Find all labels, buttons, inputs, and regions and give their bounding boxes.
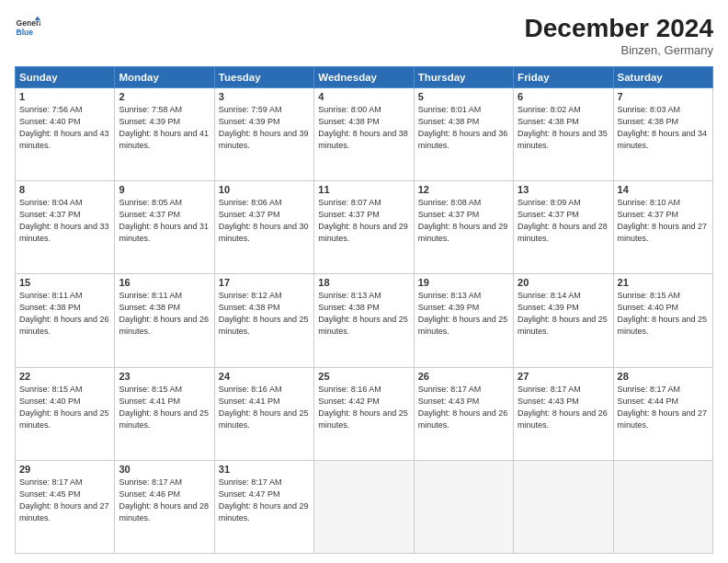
table-row: 22Sunrise: 8:15 AMSunset: 4:40 PMDayligh… — [16, 367, 115, 460]
day-info: Sunrise: 8:04 AMSunset: 4:37 PMDaylight:… — [19, 197, 110, 245]
day-info: Sunrise: 8:13 AMSunset: 4:39 PMDaylight:… — [418, 290, 509, 338]
day-info: Sunrise: 8:03 AMSunset: 4:38 PMDaylight:… — [618, 104, 709, 152]
table-row: 13Sunrise: 8:09 AMSunset: 4:37 PMDayligh… — [514, 181, 613, 274]
table-row: 3Sunrise: 7:59 AMSunset: 4:39 PMDaylight… — [214, 87, 313, 180]
weekday-header: Monday — [115, 66, 214, 87]
day-number: 12 — [418, 184, 509, 195]
day-number: 28 — [618, 371, 709, 382]
day-number: 1 — [19, 91, 110, 102]
day-info: Sunrise: 8:05 AMSunset: 4:37 PMDaylight:… — [119, 197, 210, 245]
logo-icon: General Blue — [15, 15, 40, 40]
table-row: 10Sunrise: 8:06 AMSunset: 4:37 PMDayligh… — [214, 181, 313, 274]
day-number: 13 — [518, 184, 609, 195]
location: Binzen, Germany — [525, 43, 713, 57]
table-row: 2Sunrise: 7:58 AMSunset: 4:39 PMDaylight… — [115, 87, 214, 180]
logo: General Blue — [15, 15, 40, 40]
weekday-header: Tuesday — [214, 66, 313, 87]
day-number: 6 — [518, 91, 609, 102]
table-row: 30Sunrise: 8:17 AMSunset: 4:46 PMDayligh… — [115, 460, 214, 553]
table-row: 5Sunrise: 8:01 AMSunset: 4:38 PMDaylight… — [414, 87, 513, 180]
day-number: 10 — [219, 184, 310, 195]
day-info: Sunrise: 8:14 AMSunset: 4:39 PMDaylight:… — [518, 290, 609, 338]
table-row: 11Sunrise: 8:07 AMSunset: 4:37 PMDayligh… — [314, 181, 414, 274]
day-info: Sunrise: 7:56 AMSunset: 4:40 PMDaylight:… — [19, 104, 110, 152]
day-number: 14 — [618, 184, 709, 195]
weekday-header: Saturday — [613, 66, 712, 87]
table-row: 20Sunrise: 8:14 AMSunset: 4:39 PMDayligh… — [514, 274, 613, 367]
day-info: Sunrise: 8:17 AMSunset: 4:47 PMDaylight:… — [219, 477, 310, 524]
table-row — [414, 460, 513, 553]
weekday-header: Sunday — [16, 66, 115, 87]
day-info: Sunrise: 8:09 AMSunset: 4:37 PMDaylight:… — [518, 197, 609, 245]
day-number: 3 — [219, 91, 310, 102]
table-row — [314, 460, 414, 553]
table-row: 19Sunrise: 8:13 AMSunset: 4:39 PMDayligh… — [414, 274, 513, 367]
table-row: 21Sunrise: 8:15 AMSunset: 4:40 PMDayligh… — [613, 274, 712, 367]
table-row: 4Sunrise: 8:00 AMSunset: 4:38 PMDaylight… — [314, 87, 414, 180]
table-row — [613, 460, 712, 553]
day-number: 26 — [418, 371, 509, 382]
day-number: 16 — [119, 277, 210, 288]
table-row: 25Sunrise: 8:16 AMSunset: 4:42 PMDayligh… — [314, 367, 414, 460]
day-number: 22 — [19, 371, 110, 382]
table-row: 16Sunrise: 8:11 AMSunset: 4:38 PMDayligh… — [115, 274, 214, 367]
day-info: Sunrise: 8:15 AMSunset: 4:40 PMDaylight:… — [19, 384, 110, 431]
day-number: 29 — [19, 464, 110, 475]
day-number: 31 — [219, 464, 310, 475]
day-info: Sunrise: 8:06 AMSunset: 4:37 PMDaylight:… — [219, 197, 310, 245]
day-info: Sunrise: 8:16 AMSunset: 4:42 PMDaylight:… — [318, 384, 409, 431]
day-info: Sunrise: 8:17 AMSunset: 4:44 PMDaylight:… — [618, 384, 709, 431]
table-row: 26Sunrise: 8:17 AMSunset: 4:43 PMDayligh… — [414, 367, 513, 460]
table-row: 15Sunrise: 8:11 AMSunset: 4:38 PMDayligh… — [16, 274, 115, 367]
table-row: 7Sunrise: 8:03 AMSunset: 4:38 PMDaylight… — [613, 87, 712, 180]
day-number: 20 — [518, 277, 609, 288]
table-row: 14Sunrise: 8:10 AMSunset: 4:37 PMDayligh… — [613, 181, 712, 274]
calendar-table: SundayMondayTuesdayWednesdayThursdayFrid… — [15, 66, 713, 554]
day-info: Sunrise: 8:15 AMSunset: 4:40 PMDaylight:… — [618, 290, 709, 338]
day-number: 4 — [318, 91, 409, 102]
day-info: Sunrise: 8:07 AMSunset: 4:37 PMDaylight:… — [318, 197, 409, 245]
day-number: 23 — [119, 371, 210, 382]
day-number: 18 — [318, 277, 409, 288]
table-row: 12Sunrise: 8:08 AMSunset: 4:37 PMDayligh… — [414, 181, 513, 274]
day-number: 25 — [318, 371, 409, 382]
day-info: Sunrise: 8:15 AMSunset: 4:41 PMDaylight:… — [119, 384, 210, 431]
day-info: Sunrise: 8:11 AMSunset: 4:38 PMDaylight:… — [119, 290, 210, 338]
day-number: 27 — [518, 371, 609, 382]
day-info: Sunrise: 8:12 AMSunset: 4:38 PMDaylight:… — [219, 290, 310, 338]
day-info: Sunrise: 8:13 AMSunset: 4:38 PMDaylight:… — [318, 290, 409, 338]
day-info: Sunrise: 8:08 AMSunset: 4:37 PMDaylight:… — [418, 197, 509, 245]
weekday-header: Friday — [514, 66, 613, 87]
svg-text:Blue: Blue — [17, 28, 34, 37]
table-row: 9Sunrise: 8:05 AMSunset: 4:37 PMDaylight… — [115, 181, 214, 274]
table-row — [514, 460, 613, 553]
table-row: 6Sunrise: 8:02 AMSunset: 4:38 PMDaylight… — [514, 87, 613, 180]
month-title: December 2024 — [525, 15, 713, 43]
day-number: 17 — [219, 277, 310, 288]
day-number: 30 — [119, 464, 210, 475]
table-row: 8Sunrise: 8:04 AMSunset: 4:37 PMDaylight… — [16, 181, 115, 274]
day-number: 8 — [19, 184, 110, 195]
table-row: 24Sunrise: 8:16 AMSunset: 4:41 PMDayligh… — [214, 367, 313, 460]
day-info: Sunrise: 8:17 AMSunset: 4:45 PMDaylight:… — [19, 477, 110, 524]
table-row: 27Sunrise: 8:17 AMSunset: 4:43 PMDayligh… — [514, 367, 613, 460]
day-number: 2 — [119, 91, 210, 102]
table-row: 31Sunrise: 8:17 AMSunset: 4:47 PMDayligh… — [214, 460, 313, 553]
day-number: 9 — [119, 184, 210, 195]
table-row: 18Sunrise: 8:13 AMSunset: 4:38 PMDayligh… — [314, 274, 414, 367]
day-info: Sunrise: 8:17 AMSunset: 4:46 PMDaylight:… — [119, 477, 210, 524]
day-info: Sunrise: 7:59 AMSunset: 4:39 PMDaylight:… — [219, 104, 310, 152]
weekday-header: Thursday — [414, 66, 513, 87]
header: General Blue December 2024 Binzen, Germa… — [15, 15, 713, 57]
table-row: 29Sunrise: 8:17 AMSunset: 4:45 PMDayligh… — [16, 460, 115, 553]
table-row: 17Sunrise: 8:12 AMSunset: 4:38 PMDayligh… — [214, 274, 313, 367]
day-number: 24 — [219, 371, 310, 382]
day-info: Sunrise: 8:00 AMSunset: 4:38 PMDaylight:… — [318, 104, 409, 152]
day-info: Sunrise: 8:11 AMSunset: 4:38 PMDaylight:… — [19, 290, 110, 338]
table-row: 1Sunrise: 7:56 AMSunset: 4:40 PMDaylight… — [16, 87, 115, 180]
day-number: 5 — [418, 91, 509, 102]
day-number: 21 — [618, 277, 709, 288]
calendar-page: General Blue December 2024 Binzen, Germa… — [0, 0, 728, 563]
day-info: Sunrise: 8:02 AMSunset: 4:38 PMDaylight:… — [518, 104, 609, 152]
day-number: 11 — [318, 184, 409, 195]
